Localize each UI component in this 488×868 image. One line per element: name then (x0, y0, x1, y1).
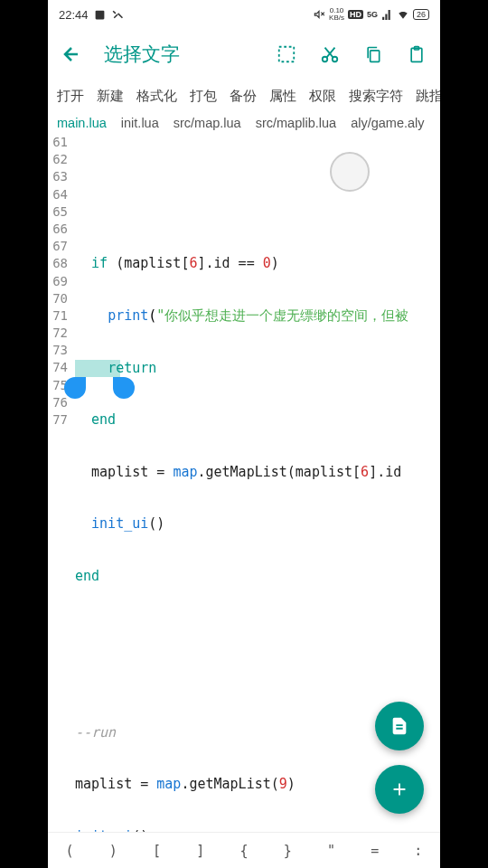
symbol-row: ( ) [ ] { } " = : (48, 832, 440, 868)
svg-rect-0 (95, 10, 104, 19)
signal-icon (381, 9, 393, 21)
tools-icon (111, 9, 123, 21)
cut-icon[interactable] (319, 43, 341, 65)
tab-game[interactable]: aly/game.aly (351, 116, 424, 130)
toolbar-open[interactable]: 打开 (57, 88, 84, 105)
selection-handle-end[interactable] (113, 377, 135, 399)
network-speed: 0.10KB/s (329, 7, 344, 22)
sym-lbrace[interactable]: { (222, 843, 266, 859)
sym-quote[interactable]: " (309, 843, 352, 859)
toolbar-new[interactable]: 新建 (97, 88, 124, 105)
fab-add[interactable] (375, 765, 424, 814)
status-time: 22:44 (59, 8, 89, 22)
hd-icon: HD (348, 10, 363, 19)
toolbar-format[interactable]: 格式化 (136, 88, 177, 105)
tab-maplib[interactable]: src/maplib.lua (256, 116, 336, 130)
sym-rbracket[interactable]: ] (179, 843, 222, 859)
svg-rect-3 (279, 47, 295, 62)
toolbar-search[interactable]: 搜索字符 (349, 88, 403, 105)
line-gutter: 6162636465666768697071727374757677 (48, 134, 71, 832)
touch-ripple (330, 152, 370, 192)
sym-lparen[interactable]: ( (48, 843, 91, 859)
sym-colon[interactable]: : (397, 843, 440, 859)
selection-handle-start[interactable] (64, 377, 86, 399)
toolbar: 打开 新建 格式化 打包 备份 属性 权限 搜索字符 跳指 (48, 80, 440, 112)
toolbar-goto[interactable]: 跳指 (416, 88, 440, 105)
app-bar: 选择文字 (48, 29, 440, 80)
paste-icon[interactable] (406, 43, 427, 65)
toolbar-backup[interactable]: 备份 (230, 88, 257, 105)
select-all-icon[interactable] (276, 43, 297, 65)
fab-document[interactable] (375, 702, 424, 750)
sym-rparen[interactable]: ) (91, 843, 135, 859)
sym-rbrace[interactable]: } (266, 843, 309, 859)
svg-rect-6 (371, 51, 380, 62)
appbar-title: 选择文字 (104, 42, 180, 67)
tab-init[interactable]: init.lua (121, 116, 159, 130)
app-indicator-icon (94, 9, 106, 21)
copy-icon[interactable] (362, 43, 384, 65)
battery-icon: 26 (413, 9, 429, 20)
file-tabs: main.lua init.lua src/map.lua src/maplib… (48, 112, 440, 134)
sym-lbracket[interactable]: [ (135, 843, 178, 859)
network-5g: 5G (367, 10, 378, 19)
back-icon[interactable] (61, 43, 82, 65)
mute-icon (313, 8, 325, 21)
tab-map[interactable]: src/map.lua (174, 116, 241, 130)
toolbar-pack[interactable]: 打包 (190, 88, 217, 105)
status-bar: 22:44 0.10KB/s HD 5G 26 (48, 0, 440, 29)
toolbar-perms[interactable]: 权限 (309, 88, 336, 105)
wifi-icon (397, 8, 409, 21)
tab-main[interactable]: main.lua (57, 116, 107, 130)
toolbar-props[interactable]: 属性 (269, 88, 296, 105)
sym-equals[interactable]: = (353, 843, 397, 859)
